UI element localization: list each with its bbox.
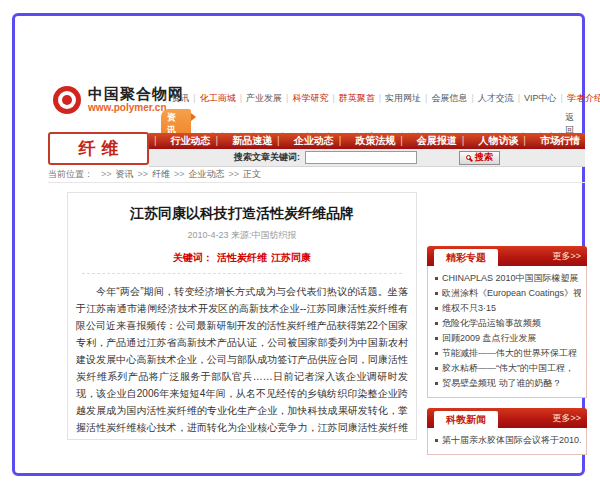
channel-nav-link[interactable]: 人物访谈 xyxy=(462,134,519,148)
breadcrumb-link[interactable]: 资讯 xyxy=(97,168,134,181)
search-button[interactable]: 搜索 xyxy=(459,151,500,165)
bullet-icon xyxy=(435,322,438,325)
breadcrumb-links: 资讯纤维企业动态正文 xyxy=(97,168,261,181)
page: 中国聚合物网 www.polymer.cn 资讯化工商城产业发展科学研究群英聚首… xyxy=(0,0,600,484)
channel-nav-bar: 行业动态新品速递企业动态政策法规会展报道人物访谈市场行情 xyxy=(149,133,585,149)
sidebar-list-item[interactable]: 危险化学品运输事故频频 xyxy=(433,316,581,331)
breadcrumb-link[interactable]: 纤维 xyxy=(134,168,171,181)
topnav-link[interactable]: 资讯 xyxy=(161,92,189,105)
sidebar-item-label: 欧洲涂料《European Coatings》视频 xyxy=(442,288,581,299)
search-label: 搜索文章关键词: xyxy=(234,151,300,164)
topnav-link[interactable]: 化工商城 xyxy=(189,92,235,105)
channel-nav-link[interactable]: 政策法规 xyxy=(339,134,396,148)
sidebar-news-list: 第十届亲水胶体国际会议将于2010… xyxy=(427,428,587,455)
topnav-link[interactable]: 群英聚首 xyxy=(328,92,374,105)
topnav-link[interactable]: 产业发展 xyxy=(236,92,282,105)
sidebar-box-topics: 精彩专题 更多>> CHINAPLAS 2010中国国际橡塑展 欧洲涂料《Eur… xyxy=(427,246,587,398)
sidebar: 精彩专题 更多>> CHINAPLAS 2010中国国际橡塑展 欧洲涂料《Eur… xyxy=(427,246,587,465)
keyword-link[interactable]: 活性炭纤维 xyxy=(217,252,267,263)
sidebar-box-header: 精彩专题 更多>> xyxy=(427,246,587,266)
channel-nav-link[interactable]: 新品速递 xyxy=(216,134,273,148)
sidebar-box-title-tab[interactable]: 精彩专题 xyxy=(434,249,498,266)
keywords-label: 关键词： xyxy=(173,252,213,263)
search-icon xyxy=(466,155,471,160)
search-button-label: 搜索 xyxy=(475,151,493,164)
breadcrumb-prefix: 当前位置： xyxy=(48,168,93,181)
more-link[interactable]: 更多>> xyxy=(552,250,581,263)
bullet-icon xyxy=(435,367,438,370)
article-title: 江苏同康以科技打造活性炭纤维品牌 xyxy=(68,205,416,223)
bullet-icon xyxy=(435,337,438,340)
channel-nav-link[interactable]: 市场行情 xyxy=(523,134,580,148)
sidebar-list-item[interactable]: 节能减排——伟大的世界环保工程 xyxy=(433,346,581,361)
sidebar-item-label: CHINAPLAS 2010中国国际橡塑展 xyxy=(442,273,579,284)
article-paragraph: 今年“两会”期间，转变经济增长方式成为与会代表们热议的话题。坐落于江苏南通市港闸… xyxy=(68,283,416,440)
sidebar-box-scitech-news: 科教新闻 更多>> 第十届亲水胶体国际会议将于2010… xyxy=(427,408,587,455)
article-date-source: 2010-4-23 来源:中国纺织报 xyxy=(68,229,416,242)
topnav-link[interactable]: 会展信息 xyxy=(421,92,467,105)
channel-nav-link[interactable]: 企业动态 xyxy=(277,134,334,148)
topnav-link[interactable]: 人才交流 xyxy=(467,92,513,105)
sidebar-list-item[interactable]: 回顾2009 盘点行业发展 xyxy=(433,331,581,346)
topnav-link[interactable]: VIP中心 xyxy=(514,92,557,105)
sidebar-list-item[interactable]: 维权不只3·15 xyxy=(433,301,581,316)
topnav-row1: 资讯化工商城产业发展科学研究群英聚首实用网址会展信息人才交流VIP中心学者介绍论… xyxy=(161,92,585,105)
bullet-icon xyxy=(435,307,438,310)
sidebar-topic-list: CHINAPLAS 2010中国国际橡塑展 欧洲涂料《European Coat… xyxy=(427,266,587,398)
breadcrumb: 当前位置： 资讯纤维企业动态正文 xyxy=(48,169,585,183)
topnav-link[interactable]: 实用网址 xyxy=(375,92,421,105)
keyword-link[interactable]: 江苏同康 xyxy=(271,252,311,263)
bullet-icon xyxy=(435,382,438,385)
article-panel: 江苏同康以科技打造活性炭纤维品牌 2010-4-23 来源:中国纺织报 关键词：… xyxy=(67,192,417,440)
sidebar-item-label: 危险化学品运输事故频频 xyxy=(442,318,541,329)
sidebar-item-label: 第十届亲水胶体国际会议将于2010… xyxy=(442,435,581,446)
channel-tab-label: 纤维 xyxy=(73,137,125,160)
sidebar-list-item[interactable]: 胶水粘桥——“伟大”的中国工程， xyxy=(433,361,581,376)
more-link[interactable]: 更多>> xyxy=(552,412,581,425)
keyword-links: 活性炭纤维江苏同康 xyxy=(213,252,311,263)
bullet-icon xyxy=(435,292,438,295)
polymer-logo-icon xyxy=(53,86,81,114)
bullet-icon xyxy=(435,277,438,280)
sidebar-box-header: 科教新闻 更多>> xyxy=(427,408,587,428)
page-frame-border: 中国聚合物网 www.polymer.cn 资讯化工商城产业发展科学研究群英聚首… xyxy=(12,13,585,476)
topnav-link[interactable]: 科学研究 xyxy=(282,92,328,105)
search-bar: 搜索文章关键词: 搜索 xyxy=(149,149,585,167)
sidebar-item-label: 维权不只3·15 xyxy=(442,303,496,314)
breadcrumb-link[interactable]: 企业动态 xyxy=(170,168,225,181)
sidebar-list-item[interactable]: 贸易壁垒频现 动了谁的奶酪？ xyxy=(433,376,581,391)
breadcrumb-link[interactable]: 正文 xyxy=(225,168,262,181)
channel-nav-link[interactable]: 行业动态 xyxy=(154,134,211,148)
bullet-icon xyxy=(435,439,438,442)
sidebar-item-label: 节能减排——伟大的世界环保工程 xyxy=(442,348,577,359)
topnav-link[interactable]: 学者介绍 xyxy=(557,92,600,105)
channel-tab-fiber[interactable]: 纤维 xyxy=(48,132,149,165)
sidebar-list-item[interactable]: 第十届亲水胶体国际会议将于2010… xyxy=(433,433,581,448)
sidebar-item-label: 贸易壁垒频现 动了谁的奶酪？ xyxy=(442,378,562,389)
sidebar-item-label: 胶水粘桥——“伟大”的中国工程， xyxy=(442,363,574,374)
sidebar-item-label: 回顾2009 盘点行业发展 xyxy=(442,333,537,344)
article-keywords: 关键词：活性炭纤维江苏同康 xyxy=(82,251,402,274)
bullet-icon xyxy=(435,352,438,355)
channel-nav-link[interactable]: 会展报道 xyxy=(400,134,457,148)
sidebar-box-title-tab[interactable]: 科教新闻 xyxy=(434,411,498,428)
search-input[interactable] xyxy=(305,151,417,164)
sidebar-list-item[interactable]: CHINAPLAS 2010中国国际橡塑展 xyxy=(433,271,581,286)
sidebar-list-item[interactable]: 欧洲涂料《European Coatings》视频 xyxy=(433,286,581,301)
